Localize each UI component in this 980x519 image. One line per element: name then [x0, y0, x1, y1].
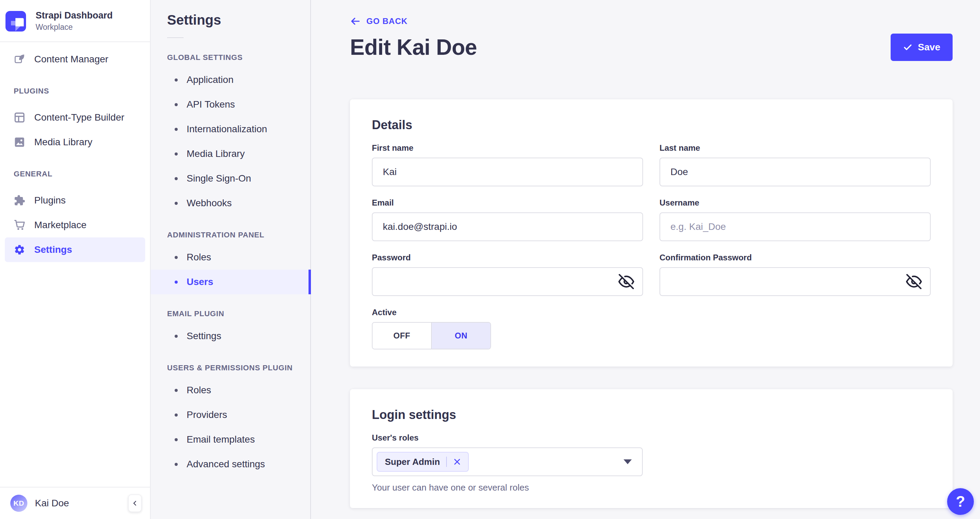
first-name-input[interactable]: [372, 158, 643, 186]
subnav-item-advanced-settings[interactable]: Advanced settings: [151, 452, 310, 476]
sidebar-item-label: Plugins: [34, 195, 66, 206]
username-field-group: Username: [660, 198, 931, 241]
sidebar-item-marketplace[interactable]: Marketplace: [5, 213, 145, 237]
subnav-item-label: Single Sign-On: [187, 173, 251, 184]
collapse-sidebar-button[interactable]: [128, 494, 142, 512]
toggle-on-option[interactable]: ON: [431, 323, 490, 349]
subnav-list: Roles Providers Email templates Advanced…: [151, 378, 310, 476]
user-row: KD Kai Doe: [0, 487, 150, 519]
sidebar-item-plugins[interactable]: Plugins: [5, 188, 145, 213]
subnav-item-label: Internationalization: [187, 124, 267, 135]
cart-icon: [14, 219, 25, 231]
subnav-item-application[interactable]: Application: [151, 67, 310, 92]
first-name-label: First name: [372, 143, 643, 153]
role-tag: Super Admin: [377, 452, 469, 472]
password-visibility-toggle[interactable]: [619, 274, 634, 290]
last-name-input[interactable]: [660, 158, 931, 186]
email-field[interactable]: [372, 212, 643, 241]
bullet-icon: [175, 335, 178, 338]
subnav-item-label: Roles: [187, 385, 211, 396]
layout-icon: [14, 112, 25, 123]
confirmation-password-visibility-toggle[interactable]: [906, 274, 922, 290]
bullet-icon: [175, 177, 178, 180]
subnav-section-administration-panel: ADMINISTRATION PANEL: [167, 231, 310, 239]
bullet-icon: [175, 438, 178, 441]
subnav-item-single-sign-on[interactable]: Single Sign-On: [151, 166, 310, 191]
password-input[interactable]: [372, 267, 643, 296]
sidebar-section-plugins: PLUGINS: [14, 87, 145, 96]
subnav-item-providers[interactable]: Providers: [151, 403, 310, 427]
image-icon: [14, 136, 25, 148]
password-field-group: Password: [372, 253, 643, 296]
subnav-item-internationalization[interactable]: Internationalization: [151, 117, 310, 142]
chevron-down-icon: [624, 459, 632, 464]
sidebar-item-label: Settings: [34, 244, 72, 255]
sidebar-section-general: GENERAL: [14, 170, 145, 178]
help-button[interactable]: ?: [947, 488, 974, 515]
go-back-link[interactable]: GO BACK: [350, 16, 407, 27]
subnav-item-admin-roles[interactable]: Roles: [151, 245, 310, 270]
subnav-item-label: Application: [187, 74, 234, 85]
chevron-left-icon: [132, 500, 138, 507]
user-roles-select[interactable]: Super Admin: [372, 447, 643, 476]
username-label: Username: [660, 198, 931, 208]
main-nav-list: Content Manager PLUGINS Content-Type Bui…: [0, 42, 150, 262]
bullet-icon: [175, 202, 178, 205]
bullet-icon: [175, 128, 178, 131]
pen-icon: [14, 53, 25, 65]
active-toggle-group: Active OFF ON: [372, 307, 931, 349]
subnav-item-api-tokens[interactable]: API Tokens: [151, 92, 310, 117]
eye-off-icon: [619, 274, 634, 290]
bullet-icon: [175, 414, 178, 417]
settings-subnav: Settings GLOBAL SETTINGS Application API…: [151, 0, 311, 519]
bullet-icon: [175, 463, 178, 466]
subnav-item-label: Settings: [187, 331, 221, 342]
sidebar-item-content-type-builder[interactable]: Content-Type Builder: [5, 105, 145, 130]
brand-title: Strapi Dashboard: [36, 10, 113, 21]
save-button[interactable]: Save: [891, 33, 953, 61]
login-settings-heading: Login settings: [372, 408, 931, 422]
user-roles-field-group: User's roles Super Admin Your user can h…: [372, 433, 931, 493]
confirmation-password-field-group: Confirmation Password: [660, 253, 931, 296]
bullet-icon: [175, 78, 178, 81]
brand[interactable]: Strapi Dashboard Workplace: [0, 0, 150, 41]
confirmation-password-input[interactable]: [660, 267, 931, 296]
username-input[interactable]: [660, 212, 931, 241]
subnav-item-email-settings[interactable]: Settings: [151, 324, 310, 349]
subnav-title: Settings: [151, 12, 310, 28]
remove-role-button[interactable]: [453, 458, 461, 466]
bullet-icon: [175, 280, 178, 283]
subnav-item-label: Media Library: [187, 148, 245, 159]
subnav-list: Settings: [151, 324, 310, 349]
subnav-item-label: Email templates: [187, 434, 255, 445]
main-sidebar: Strapi Dashboard Workplace Content Manag…: [0, 0, 151, 519]
subnav-section-email-plugin: EMAIL PLUGIN: [167, 309, 310, 318]
subnav-item-up-roles[interactable]: Roles: [151, 378, 310, 403]
sidebar-item-content-manager[interactable]: Content Manager: [5, 47, 145, 72]
check-icon: [903, 43, 913, 52]
toggle-off-option[interactable]: OFF: [372, 323, 431, 349]
subnav-list: Application API Tokens Internationalizat…: [151, 67, 310, 215]
bullet-icon: [175, 389, 178, 392]
subnav-section-global-settings: GLOBAL SETTINGS: [167, 53, 310, 62]
sidebar-item-media-library[interactable]: Media Library: [5, 130, 145, 154]
go-back-label: GO BACK: [366, 16, 407, 26]
bullet-icon: [175, 256, 178, 259]
close-icon: [453, 458, 461, 466]
bullet-icon: [175, 153, 178, 156]
sidebar-item-label: Media Library: [34, 137, 92, 148]
subnav-item-media-library[interactable]: Media Library: [151, 142, 310, 166]
subnav-item-email-templates[interactable]: Email templates: [151, 427, 310, 452]
divider: [167, 37, 183, 38]
brand-subtitle: Workplace: [36, 22, 113, 32]
subnav-item-webhooks[interactable]: Webhooks: [151, 191, 310, 215]
arrow-left-icon: [350, 16, 361, 27]
main-content: GO BACK Edit Kai Doe Save Details First …: [312, 0, 980, 519]
last-name-label: Last name: [660, 143, 931, 153]
subnav-item-label: Webhooks: [187, 197, 232, 209]
subnav-item-admin-users[interactable]: Users: [151, 270, 310, 294]
page-title: Edit Kai Doe: [350, 35, 477, 60]
bullet-icon: [175, 103, 178, 106]
gear-icon: [14, 244, 25, 256]
sidebar-item-settings[interactable]: Settings: [5, 237, 145, 262]
